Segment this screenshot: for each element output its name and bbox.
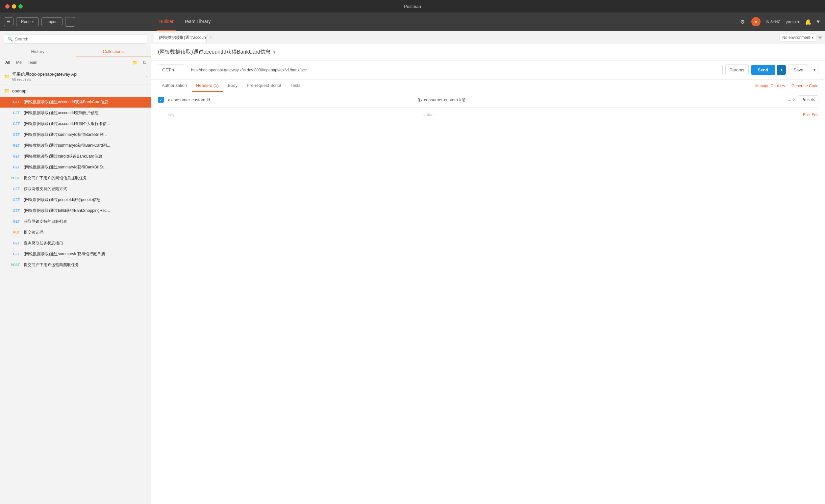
search-input[interactable] — [15, 37, 143, 42]
notifications-button[interactable]: 🔔 — [805, 19, 812, 25]
params-button[interactable]: Params — [725, 65, 749, 75]
sidebar-toggle-button[interactable]: ☰ — [4, 17, 13, 26]
header-key-placeholder[interactable]: key — [166, 111, 420, 119]
filter-me-button[interactable]: Me — [15, 60, 23, 65]
header-checkbox[interactable]: ✓ — [158, 97, 164, 103]
new-collection-button[interactable]: 📁 — [132, 59, 139, 66]
environment-selector[interactable]: No environment ▾ — [779, 33, 816, 42]
save-dropdown-button[interactable]: ▾ — [811, 65, 818, 75]
request-item-11[interactable]: GET 获取网银支持的目标列表 — [0, 216, 151, 227]
request-name: 查询爬取任务状态接口 — [24, 240, 147, 246]
subtab-headers[interactable]: Headers (1) — [192, 80, 223, 92]
request-row: GET ▾ Params Send ▾ Save ▾ — [158, 65, 818, 75]
runner-button[interactable]: Runner — [16, 17, 39, 26]
request-item-1[interactable]: GET (网银数据读取)通过accountId查询账户信息 — [0, 107, 151, 119]
filter-row: All Me Team 📁 ⇅ — [0, 57, 151, 68]
request-name: 获取网银支持的登陆方式 — [24, 186, 147, 192]
save-button[interactable]: Save — [789, 65, 808, 75]
tab-collections[interactable]: Collections — [76, 47, 151, 57]
user-menu-button[interactable]: yanlu ▾ — [785, 19, 799, 24]
nav-tab-team-library[interactable]: Team Library — [181, 13, 214, 31]
method-select[interactable]: GET ▾ — [158, 65, 184, 75]
search-input-wrap: 🔍 — [4, 34, 147, 44]
generate-code-button[interactable]: Generate Code — [792, 84, 818, 88]
left-panel: ☰ Runner Import ＋ 🔍 History Collections … — [0, 12, 151, 504]
folder-icon: 📁 — [4, 74, 9, 79]
manage-cookies-button[interactable]: Manage Cookies — [755, 84, 785, 88]
bulk-edit-button[interactable]: Bulk Edit — [803, 113, 818, 117]
add-tab-button[interactable]: + — [208, 34, 214, 41]
request-item-12[interactable]: PUT 提交验证码 — [0, 227, 151, 238]
chevron-down-icon: ▾ — [797, 19, 800, 24]
sync-settings-button[interactable]: ⚙ — [739, 17, 746, 26]
tab-history[interactable]: History — [0, 47, 76, 57]
method-badge: PUT — [9, 231, 21, 234]
request-item-3[interactable]: GET (网银数据读取)通过summaryId获得BankBill列... — [0, 129, 151, 140]
nav-tab-builder[interactable]: Builder — [157, 13, 176, 31]
request-item-5[interactable]: GET (网银数据读取)通过cardId获得BankCard信息 — [0, 151, 151, 162]
sidebar-icon: ☰ — [7, 19, 10, 24]
collection-info: 坚果信用bdc-openapi-gateway Api 68 requests — [12, 71, 143, 81]
favorites-button[interactable]: ♥ — [817, 19, 820, 25]
window-title: Postman — [404, 4, 421, 9]
subtab-body[interactable]: Body — [224, 80, 242, 92]
request-tab-active[interactable]: (网银数据读取)通过account — [154, 32, 207, 43]
chevron-down-icon: ▾ — [812, 35, 814, 40]
url-input[interactable] — [187, 65, 723, 75]
maximize-button[interactable] — [18, 4, 23, 9]
subtab-tests[interactable]: Tests — [287, 80, 304, 92]
header-key[interactable]: x-consumer-custom-id — [166, 96, 414, 103]
request-item-7[interactable]: POST 提交商户下用户的网银信息抓取任务 — [0, 173, 151, 184]
request-name: (网银数据读取)通过accountId获得BankCard信息 — [24, 99, 147, 105]
header-delete-button[interactable]: × — [793, 97, 796, 103]
header-menu-button[interactable]: ≡ — [788, 97, 791, 102]
request-item-0[interactable]: GET (网银数据读取)通过accountId获得BankCard信息 — [0, 97, 151, 107]
collection-item-jieguoxinyong[interactable]: 📁 坚果信用bdc-openapi-gateway Api 68 request… — [0, 68, 151, 85]
request-item-15[interactable]: POST 提交商户下用户运营商爬取任务 — [0, 260, 151, 271]
send-dropdown-button[interactable]: ▾ — [777, 65, 786, 75]
request-item-14[interactable]: GET (网银数据读取)通过summaryId获得银行账单摘... — [0, 249, 151, 260]
header-value-placeholder[interactable]: value — [422, 111, 800, 119]
method-badge: GET — [9, 133, 21, 137]
sort-button[interactable]: ⇅ — [142, 59, 147, 66]
search-bar: 🔍 — [0, 31, 151, 44]
send-button[interactable]: Send — [751, 65, 775, 75]
search-icon: 🔍 — [8, 37, 13, 42]
request-item-4[interactable]: GET (网银数据读取)通过summaryId获得BankCard列... — [0, 140, 151, 151]
request-title: (网银数据读取)通过accountId获得BankCard信息 — [158, 49, 271, 56]
collection-item-openapi[interactable]: 📁 openapi ··· — [0, 85, 151, 97]
method-badge: POST — [9, 176, 21, 180]
env-eye-button[interactable]: 👁 — [818, 35, 822, 40]
chevron-down-icon: ▾ — [172, 67, 175, 72]
presets-button[interactable]: Presets — [798, 95, 818, 104]
minimize-button[interactable] — [12, 4, 16, 9]
request-item-8[interactable]: GET 获取网银支持的登陆方式 — [0, 184, 151, 195]
header-row-0: ✓ x-consumer-custom-id {{x-consumer-cust… — [158, 92, 818, 107]
request-item-10[interactable]: GET (网银数据读取)通过billId获得BankShoppingRec... — [0, 205, 151, 216]
request-item-6[interactable]: GET (网银数据读取)通过summaryId获得BankBillSu... — [0, 162, 151, 173]
request-item-13[interactable]: GET 查询爬取任务状态接口 — [0, 238, 151, 249]
close-button[interactable] — [5, 4, 9, 9]
collection-sub: 68 requests — [12, 77, 143, 81]
collection-name: openapi — [12, 88, 147, 93]
header-actions-empty: Bulk Edit — [803, 113, 818, 117]
subtab-authorization[interactable]: Authorization — [158, 80, 191, 92]
header-value[interactable]: {{x-consumer-custom-id}} — [416, 96, 785, 103]
tab-label: (网银数据读取)通过account — [159, 35, 207, 41]
request-name: 提交验证码 — [24, 230, 147, 235]
request-item-2[interactable]: GET (网银数据读取)通过accountId查询个人银行卡信... — [0, 119, 151, 129]
request-item-9[interactable]: GET (网银数据读取)通过peopleId获得people信息 — [0, 195, 151, 205]
subtab-pre-request[interactable]: Pre-request Script — [243, 80, 285, 92]
request-name: (网银数据读取)通过accountId查询账户信息 — [24, 110, 147, 116]
new-tab-button[interactable]: ＋ — [65, 17, 75, 27]
traffic-lights — [5, 4, 23, 9]
import-button[interactable]: Import — [42, 17, 63, 26]
filter-team-button[interactable]: Team — [26, 60, 39, 65]
env-label: No environment — [782, 35, 810, 40]
folder-icon: 📁 — [4, 88, 9, 93]
top-nav: Builder Team Library ⚙ ● IN SYNC yanlu ▾… — [151, 12, 825, 31]
filter-all-button[interactable]: All — [4, 60, 11, 65]
title-dropdown-icon[interactable]: ▾ — [273, 50, 276, 55]
panel-tabs: History Collections — [0, 44, 151, 57]
collection-info: openapi — [12, 88, 147, 93]
